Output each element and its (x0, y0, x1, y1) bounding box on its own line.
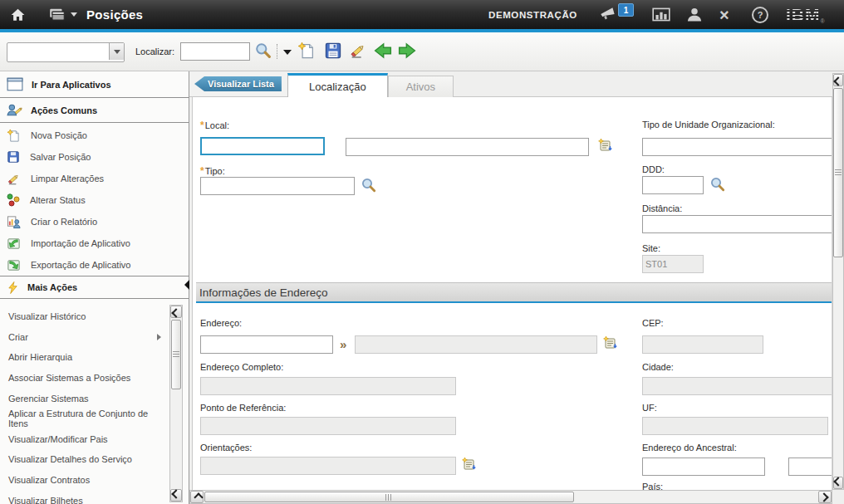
scroll-down-button[interactable] (833, 477, 843, 489)
announcements-button[interactable] (598, 0, 618, 29)
scroll-right-button[interactable] (818, 491, 832, 503)
local-description-input[interactable] (346, 138, 589, 156)
chevron-down-icon (114, 50, 120, 54)
submenu-arrow-icon (157, 334, 161, 340)
distancia-label: Distância: (642, 203, 682, 213)
sidebar-item-importacao-aplicativo[interactable]: Importação de Aplicativo (0, 232, 189, 254)
endereco-detail-menu-icon[interactable] (603, 335, 618, 350)
endereco-label: Endereço: (200, 318, 242, 328)
help-button[interactable]: ? (752, 0, 768, 29)
common-actions-list: Nova Posição Salvar Posição (0, 125, 189, 276)
previous-record-button[interactable] (372, 40, 394, 61)
app-switcher-icon (48, 7, 66, 22)
required-marker: * (200, 165, 204, 177)
toolbar-separator (277, 44, 277, 59)
common-actions-header: Ações Comuns (0, 98, 189, 123)
new-record-button[interactable] (296, 40, 317, 61)
more-actions-item[interactable]: Visualizar/Modificar Pais (0, 429, 168, 450)
endereco-input[interactable] (200, 335, 333, 354)
new-record-icon (297, 42, 316, 60)
scrollbar-thumb[interactable] (833, 88, 843, 257)
scrollbar-thumb[interactable] (204, 492, 574, 502)
scroll-left-button[interactable] (190, 491, 204, 503)
profile-button[interactable] (686, 0, 703, 29)
find-label: Localizar: (135, 46, 174, 56)
tab-ativos[interactable]: Ativos (388, 76, 454, 97)
view-list-button[interactable]: Visualizar Lista (194, 76, 282, 91)
ibm-brand-logo: IBM® (786, 0, 825, 29)
person-pencil-icon (7, 103, 22, 117)
orientacoes-detail-menu-icon[interactable] (462, 457, 477, 472)
save-button[interactable] (322, 40, 344, 61)
horizontal-scrollbar[interactable] (189, 490, 832, 504)
ddd-select-value-icon[interactable] (709, 176, 724, 191)
sidebar-item-criar-relatorio[interactable]: Criar o Relatório (0, 211, 189, 232)
app-switcher-button[interactable] (48, 0, 77, 29)
clear-changes-icon (349, 42, 367, 60)
local-detail-menu-icon[interactable] (598, 138, 613, 153)
go-to-applications-button[interactable]: Ir Para Aplicativos (0, 71, 189, 98)
find-dropdown-caret[interactable] (283, 50, 292, 55)
endereco-ancestral-label: Endereço do Ancestral: (642, 443, 737, 453)
more-actions-item[interactable]: Aplicar a Estrutura de Conjunto de Itens (0, 409, 168, 429)
home-icon[interactable] (10, 0, 26, 29)
scroll-up-button[interactable] (170, 306, 182, 318)
endereco-description-input (355, 335, 597, 354)
sidebar-scrollbar[interactable] (169, 305, 183, 502)
sidebar-item-exportacao-aplicativo[interactable]: Exportação de Aplicativo (0, 254, 189, 276)
window-icon (7, 77, 23, 91)
create-report-icon (7, 215, 21, 229)
ponto-referencia-input (200, 417, 456, 435)
chevron-down-icon (71, 12, 77, 17)
sidebar-item-alterar-status[interactable]: Alterar Status (0, 189, 189, 211)
vertical-scrollbar[interactable] (832, 73, 844, 490)
ddd-label: DDD: (642, 164, 665, 174)
ddd-input[interactable] (642, 176, 704, 194)
next-record-button[interactable] (396, 40, 418, 61)
tipo-select-value-icon[interactable] (361, 177, 375, 192)
distancia-input[interactable] (642, 215, 832, 233)
clear-changes-button[interactable] (347, 40, 369, 61)
notification-count-badge[interactable]: 1 (618, 3, 634, 17)
org-unit-type-label: Tipo de Unidade Organizacional: (642, 120, 775, 130)
combo-dropdown-button[interactable] (109, 43, 124, 60)
more-actions-item[interactable]: Visualizar Histórico (0, 306, 168, 327)
more-actions-item[interactable]: Abrir Hierarquia (0, 347, 168, 368)
cidade-input (642, 377, 832, 395)
more-actions-item[interactable]: Gerenciar Sistemas (0, 388, 168, 409)
tipo-input[interactable] (200, 177, 355, 195)
scroll-down-button[interactable] (170, 489, 182, 502)
sidebar-item-label: Nova Posição (31, 130, 87, 140)
reports-button[interactable] (651, 0, 671, 29)
more-actions-title: Mais Ações (27, 282, 77, 292)
endereco-ancestral-input-2[interactable] (788, 458, 832, 476)
megaphone-icon (598, 6, 618, 24)
query-select[interactable] (7, 42, 125, 62)
endereco-ancestral-input[interactable] (642, 458, 765, 476)
person-icon (686, 7, 703, 23)
find-button[interactable] (253, 40, 274, 61)
scrollbar-thumb[interactable] (171, 320, 181, 389)
more-actions-item[interactable]: Visualizar Bilhetes (0, 490, 168, 504)
form-content: *Local: *Tipo: (192, 97, 832, 490)
org-unit-type-input[interactable] (642, 138, 832, 156)
tab-localizacao[interactable]: Localização (287, 73, 388, 97)
more-actions-item[interactable]: Visualizar Detalhes do Serviço (0, 449, 168, 470)
close-button[interactable]: × (719, 0, 729, 29)
local-input[interactable] (200, 137, 325, 155)
sidebar-item-label: Limpar Alterações (31, 174, 104, 183)
uf-label: UF: (642, 403, 657, 413)
find-input[interactable] (180, 42, 250, 61)
positions-application-window: Posições DEMONSTRAÇÃO 1 (0, 0, 844, 504)
scroll-up-button[interactable] (833, 74, 843, 86)
crossover-icon[interactable]: » (340, 337, 346, 351)
sidebar-item-nova-posicao[interactable]: Nova Posição (0, 125, 189, 146)
sidebar: Ir Para Aplicativos Ações Comuns No (0, 71, 189, 504)
change-status-icon (7, 193, 20, 207)
more-actions-item-criar[interactable]: Criar (0, 327, 168, 348)
more-actions-item[interactable]: Associar Sistemas a Posições (0, 368, 168, 389)
sidebar-item-limpar-alteracoes[interactable]: Limpar Alterações (0, 168, 189, 189)
site-input (642, 255, 704, 273)
sidebar-item-salvar-posicao[interactable]: Salvar Posição (0, 146, 189, 168)
more-actions-item[interactable]: Visualizar Contratos (0, 470, 168, 491)
